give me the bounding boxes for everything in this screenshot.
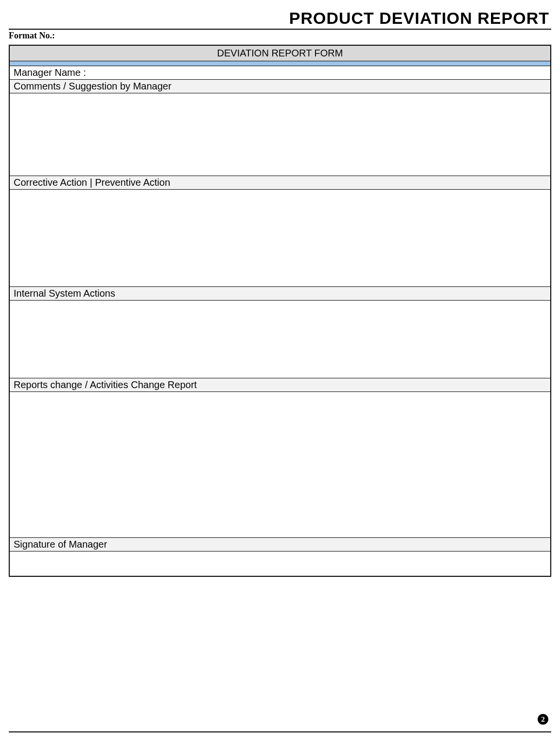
internal-actions-field[interactable] [10,301,550,378]
page-number-badge: 2 [538,714,548,725]
form-accent-band [10,61,550,66]
deviation-form: DEVIATION REPORT FORM Manager Name : Com… [9,45,551,577]
format-number-label: Format No.: [9,31,551,41]
page-title: PRODUCT DEVIATION REPORT [9,9,551,28]
form-title: DEVIATION REPORT FORM [10,46,550,61]
reports-change-field[interactable] [10,392,550,538]
corrective-action-label: Corrective Action | Preventive Action [10,176,550,190]
comments-label: Comments / Suggestion by Manager [10,80,550,93]
footer-divider [9,731,551,732]
signature-field[interactable] [10,551,550,576]
corrective-action-field[interactable] [10,190,550,287]
comments-field[interactable] [10,93,550,176]
manager-name-label: Manager Name : [10,66,550,80]
internal-actions-label: Internal System Actions [10,287,550,301]
reports-change-label: Reports change / Activities Change Repor… [10,378,550,392]
header-divider [9,29,551,30]
signature-label: Signature of Manager [10,538,550,551]
